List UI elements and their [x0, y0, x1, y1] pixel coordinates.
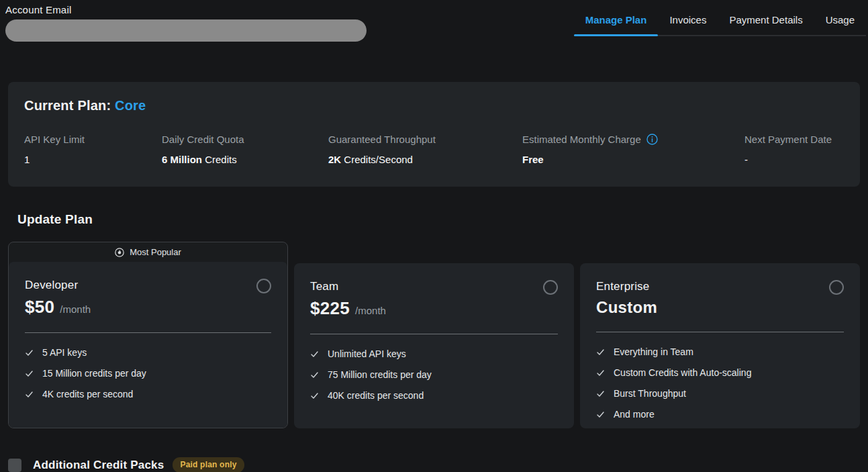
- stat-next-payment-date: Next Payment Date -: [744, 134, 844, 165]
- plan-radio-team[interactable]: [543, 280, 558, 295]
- check-icon: [25, 348, 34, 357]
- plan-features: Unlimited API keys 75 Million credits pe…: [310, 348, 558, 401]
- stat-value-normal: -: [744, 154, 748, 165]
- feature-text: Custom Credits with Auto-scaling: [614, 367, 751, 378]
- feature-text: Unlimited API keys: [328, 348, 406, 359]
- plan-radio-enterprise[interactable]: [829, 280, 844, 295]
- tab-payment-details[interactable]: Payment Details: [718, 0, 814, 35]
- feature-item: Unlimited API keys: [310, 348, 558, 359]
- plans-row: Most Popular Developer $50 /month 5 API …: [8, 242, 860, 428]
- account-email-label: Account Email: [5, 4, 71, 15]
- tab-usage[interactable]: Usage: [814, 0, 866, 35]
- feature-text: 15 Million credits per day: [42, 368, 146, 379]
- stat-value-normal: Credits/Second: [341, 154, 413, 165]
- plan-card-developer[interactable]: Developer $50 /month 5 API keys 15 Milli…: [9, 262, 287, 428]
- current-plan-name: Core: [115, 98, 146, 113]
- stat-guaranteed-throughput: Guaranteed Throughput 2K Credits/Second: [328, 134, 522, 165]
- check-icon: [310, 371, 319, 379]
- stat-value: 1: [24, 154, 162, 165]
- feature-text: Everything in Team: [614, 346, 693, 357]
- credit-packs-label: Additional Credit Packs: [33, 459, 164, 472]
- update-plan-heading: Update Plan: [17, 212, 868, 227]
- feature-text: Burst Throughput: [614, 388, 686, 399]
- stat-value: 2K Credits/Second: [328, 154, 522, 165]
- check-icon: [596, 389, 605, 398]
- feature-item: Everything in Team: [596, 346, 844, 357]
- stat-daily-credit-quota: Daily Credit Quota 6 Million Credits: [162, 134, 328, 165]
- divider: [310, 334, 558, 334]
- feature-item: Burst Throughput: [596, 388, 844, 399]
- current-plan-title-prefix: Current Plan:: [24, 98, 115, 113]
- check-icon: [596, 410, 605, 419]
- plan-radio-developer[interactable]: [256, 279, 271, 293]
- plan-price-row: $225 /month: [310, 298, 558, 319]
- feature-text: 40K credits per second: [328, 390, 424, 401]
- most-popular-wrapper: Most Popular Developer $50 /month 5 API …: [8, 242, 288, 428]
- feature-item: 15 Million credits per day: [25, 368, 271, 379]
- account-email-field[interactable]: [5, 19, 367, 42]
- check-icon: [596, 369, 605, 377]
- stat-value-strong: Free: [522, 154, 544, 165]
- feature-item: 5 API keys: [25, 347, 271, 358]
- check-icon: [596, 348, 605, 357]
- stat-label: Estimated Monthly Charge: [522, 134, 641, 145]
- plan-price: $50: [25, 297, 54, 318]
- stat-label: Guaranteed Throughput: [328, 134, 522, 145]
- plan-features: 5 API keys 15 Million credits per day 4K…: [25, 347, 271, 399]
- plan-period: /month: [355, 305, 386, 316]
- credit-packs-checkbox[interactable]: [8, 459, 21, 472]
- tab-invoices[interactable]: Invoices: [658, 0, 718, 35]
- divider: [596, 332, 844, 332]
- stat-value-normal: Credits: [202, 154, 237, 165]
- tab-manage-plan[interactable]: Manage Plan: [574, 0, 659, 35]
- stat-value: 6 Million Credits: [162, 154, 328, 165]
- stat-api-key-limit: API Key Limit 1: [24, 134, 162, 165]
- feature-item: Custom Credits with Auto-scaling: [596, 367, 844, 378]
- feature-text: 5 API keys: [42, 347, 87, 358]
- current-plan-card: Current Plan: Core API Key Limit 1 Daily…: [8, 82, 860, 187]
- plan-name: Enterprise: [596, 280, 649, 293]
- check-icon: [310, 391, 319, 400]
- stat-value-strong: 6 Million: [162, 154, 202, 165]
- current-plan-stats: API Key Limit 1 Daily Credit Quota 6 Mil…: [24, 134, 844, 165]
- paid-plan-only-badge: Paid plan only: [173, 457, 244, 472]
- billing-tabs: Manage Plan Invoices Payment Details Usa…: [574, 0, 866, 36]
- credit-packs-row: Additional Credit Packs Paid plan only: [8, 457, 868, 472]
- check-icon: [25, 390, 34, 399]
- feature-text: And more: [614, 409, 655, 420]
- info-icon[interactable]: [646, 134, 658, 145]
- plan-name: Developer: [25, 279, 78, 292]
- plan-price-row: Custom: [596, 298, 844, 317]
- stat-estimated-monthly-charge: Estimated Monthly Charge Free: [522, 134, 744, 165]
- feature-text: 75 Million credits per day: [328, 369, 432, 380]
- stat-label: Daily Credit Quota: [162, 134, 328, 145]
- plan-head: Team: [310, 280, 558, 295]
- page-header: Account Email Manage Plan Invoices Payme…: [0, 0, 868, 40]
- most-popular-label: Most Popular: [130, 247, 181, 257]
- plan-price-row: $50 /month: [25, 297, 271, 318]
- plan-column-enterprise: Enterprise Custom Everything in Team Cus…: [580, 263, 860, 428]
- plan-card-team[interactable]: Team $225 /month Unlimited API keys 75 M…: [294, 263, 574, 428]
- stat-value: Free: [522, 154, 744, 165]
- stat-value-strong: 2K: [328, 154, 341, 165]
- stat-label-with-icon: Estimated Monthly Charge: [522, 134, 744, 145]
- feature-item: 40K credits per second: [310, 390, 558, 401]
- account-email-block: Account Email: [5, 4, 367, 42]
- plan-features: Everything in Team Custom Credits with A…: [596, 346, 844, 420]
- check-icon: [25, 369, 34, 378]
- plan-column-developer: Most Popular Developer $50 /month 5 API …: [8, 242, 288, 428]
- plan-head: Enterprise: [596, 280, 844, 295]
- check-icon: [310, 350, 319, 359]
- plan-head: Developer: [25, 279, 271, 293]
- feature-text: 4K credits per second: [42, 389, 133, 399]
- plan-column-team: Team $225 /month Unlimited API keys 75 M…: [294, 263, 574, 428]
- plan-name: Team: [310, 280, 338, 293]
- plan-card-enterprise[interactable]: Enterprise Custom Everything in Team Cus…: [580, 263, 860, 428]
- plan-price: $225: [310, 298, 350, 319]
- feature-item: And more: [596, 409, 844, 420]
- feature-item: 4K credits per second: [25, 389, 271, 399]
- stat-value-normal: 1: [24, 154, 30, 165]
- plan-period: /month: [60, 303, 91, 315]
- stat-value: -: [744, 154, 844, 165]
- most-popular-strip: Most Popular: [9, 242, 287, 262]
